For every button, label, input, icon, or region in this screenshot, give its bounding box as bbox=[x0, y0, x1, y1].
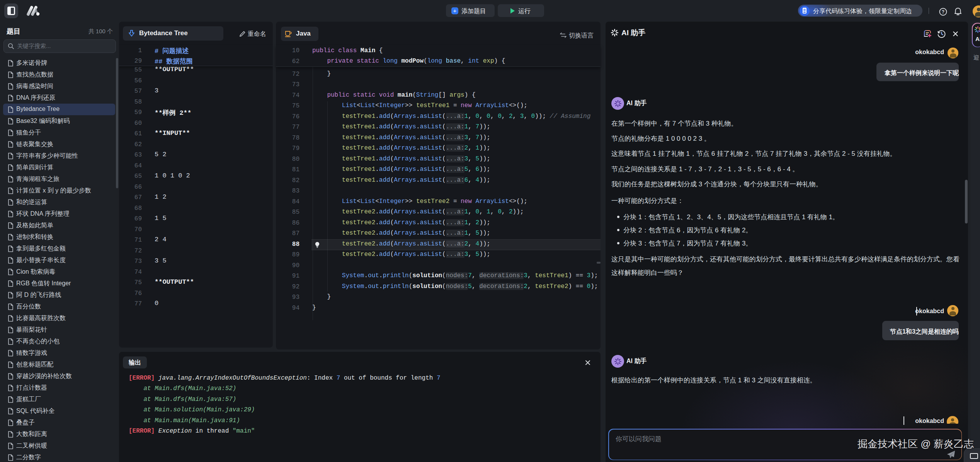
svg-text:?: ? bbox=[942, 9, 944, 15]
